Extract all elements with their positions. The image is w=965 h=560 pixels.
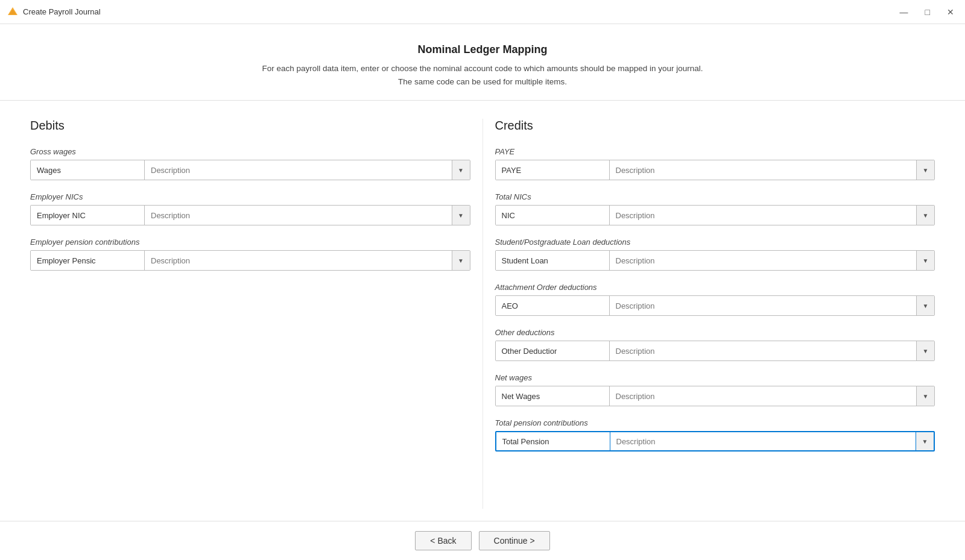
employer-nics-code[interactable] [31, 206, 145, 225]
header-description-1: For each payroll data item, enter or cho… [12, 62, 953, 75]
employer-nics-group: Employer NICs ▼ [30, 192, 470, 225]
paye-dropdown[interactable]: ▼ [916, 160, 934, 180]
total-pension-group: Total pension contributions ▼ [495, 418, 935, 451]
title-bar-text: Create Payroll Journal [23, 7, 896, 16]
back-button[interactable]: < Back [415, 531, 471, 550]
debits-column: Debits Gross wages ▼ Employer NICs ▼ [18, 119, 483, 509]
employer-nics-description[interactable] [145, 206, 452, 225]
title-bar: Create Payroll Journal — □ ✕ [0, 0, 965, 24]
total-nics-group: Total NICs ▼ [495, 192, 935, 225]
title-bar-controls: — □ ✕ [896, 7, 958, 17]
employer-pension-row: ▼ [30, 250, 470, 271]
total-nics-label: Total NICs [495, 192, 935, 201]
total-nics-row: ▼ [495, 205, 935, 225]
aeo-code[interactable] [496, 296, 610, 315]
aeo-group: Attachment Order deductions ▼ [495, 283, 935, 316]
footer: < Back Continue > [0, 521, 965, 560]
employer-pension-description[interactable] [145, 251, 452, 270]
student-loan-dropdown[interactable]: ▼ [916, 251, 934, 270]
credits-title: Credits [495, 119, 935, 133]
paye-label: PAYE [495, 147, 935, 156]
page-header: Nominal Ledger Mapping For each payroll … [0, 24, 965, 101]
paye-description[interactable] [610, 160, 917, 180]
header-description-2: The same code can be used for multiple i… [12, 75, 953, 89]
gross-wages-code[interactable] [31, 160, 145, 180]
other-deductions-label: Other deductions [495, 328, 935, 337]
student-loan-label: Student/Postgraduate Loan deductions [495, 238, 935, 247]
total-nics-description[interactable] [610, 206, 917, 225]
total-pension-description[interactable] [610, 432, 916, 450]
employer-pension-group: Employer pension contributions ▼ [30, 238, 470, 271]
credits-column: Credits PAYE ▼ Total NICs ▼ [483, 119, 948, 509]
other-deductions-description[interactable] [610, 341, 917, 360]
gross-wages-label: Gross wages [30, 147, 470, 156]
gross-wages-group: Gross wages ▼ [30, 147, 470, 180]
total-nics-code[interactable] [496, 206, 610, 225]
total-pension-row: ▼ [495, 431, 935, 451]
gross-wages-dropdown[interactable]: ▼ [452, 160, 470, 180]
app-logo [7, 7, 18, 17]
page-title: Nominal Ledger Mapping [12, 43, 953, 56]
total-pension-dropdown[interactable]: ▼ [916, 432, 934, 450]
gross-wages-description[interactable] [145, 160, 452, 180]
student-loan-description[interactable] [610, 251, 917, 270]
aeo-dropdown[interactable]: ▼ [916, 296, 934, 315]
employer-nics-row: ▼ [30, 205, 470, 225]
paye-group: PAYE ▼ [495, 147, 935, 180]
total-pension-code[interactable] [496, 432, 610, 450]
content-area: Debits Gross wages ▼ Employer NICs ▼ [0, 101, 965, 521]
maximize-button[interactable]: □ [922, 7, 934, 17]
total-pension-label: Total pension contributions [495, 418, 935, 427]
net-wages-group: Net wages ▼ [495, 373, 935, 406]
net-wages-code[interactable] [496, 386, 610, 406]
employer-nics-dropdown[interactable]: ▼ [452, 206, 470, 225]
other-deductions-code[interactable] [496, 341, 610, 360]
main-window: Nominal Ledger Mapping For each payroll … [0, 24, 965, 560]
net-wages-label: Net wages [495, 373, 935, 382]
employer-pension-code[interactable] [31, 251, 145, 270]
student-loan-group: Student/Postgraduate Loan deductions ▼ [495, 238, 935, 271]
total-nics-dropdown[interactable]: ▼ [916, 206, 934, 225]
close-button[interactable]: ✕ [943, 7, 958, 17]
net-wages-description[interactable] [610, 386, 917, 406]
employer-nics-label: Employer NICs [30, 192, 470, 201]
other-deductions-group: Other deductions ▼ [495, 328, 935, 361]
net-wages-dropdown[interactable]: ▼ [916, 386, 934, 406]
employer-pension-dropdown[interactable]: ▼ [452, 251, 470, 270]
other-deductions-row: ▼ [495, 341, 935, 361]
aeo-description[interactable] [610, 296, 917, 315]
employer-pension-label: Employer pension contributions [30, 238, 470, 247]
aeo-row: ▼ [495, 295, 935, 316]
student-loan-row: ▼ [495, 250, 935, 271]
continue-button[interactable]: Continue > [479, 531, 550, 550]
debits-title: Debits [30, 119, 470, 133]
paye-code[interactable] [496, 160, 610, 180]
other-deductions-dropdown[interactable]: ▼ [916, 341, 934, 360]
gross-wages-row: ▼ [30, 160, 470, 180]
net-wages-row: ▼ [495, 386, 935, 406]
minimize-button[interactable]: — [896, 7, 912, 17]
paye-row: ▼ [495, 160, 935, 180]
student-loan-code[interactable] [496, 251, 610, 270]
aeo-label: Attachment Order deductions [495, 283, 935, 292]
